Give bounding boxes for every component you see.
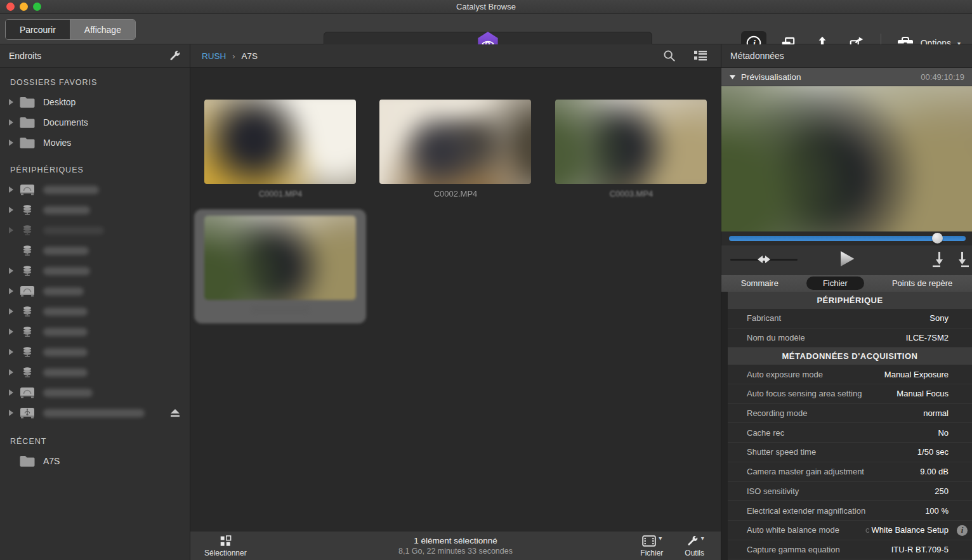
- breadcrumb-current: A7S: [242, 51, 258, 61]
- thumbnail-label: C0003.MP4: [555, 189, 707, 199]
- eject-icon[interactable]: [169, 408, 181, 417]
- redacted-device-label: [43, 186, 99, 194]
- metadata-row: Electrical extender magnification100 %: [728, 501, 972, 521]
- thumbnail-image: [204, 100, 356, 184]
- mode-segmented-control: Parcourir Affichage: [5, 19, 136, 40]
- wrench-icon: [685, 535, 699, 547]
- metadata-value: cWhite Balance Setup: [865, 525, 949, 535]
- sidebar-item-label: A7S: [43, 456, 60, 466]
- search-button[interactable]: [661, 48, 678, 64]
- media-thumbnail[interactable]: C0002.MP4: [379, 100, 532, 199]
- seek-slider[interactable]: [729, 236, 966, 241]
- favorites-section-title: DOSSIERS FAVORIS: [10, 78, 190, 87]
- metadata-row: Recording modenormal: [728, 404, 972, 424]
- sidebar-device-item[interactable]: [0, 240, 190, 261]
- breadcrumb-root-link[interactable]: RUSH: [202, 51, 226, 61]
- sidebar-device-item[interactable]: [0, 179, 190, 200]
- metadata-row: Shutter speed time1/50 sec: [728, 443, 972, 462]
- thumbnail-grid: C0001.MP4 C0002.MP4 C0003.MP4: [190, 68, 721, 531]
- sidebar-device-item[interactable]: [0, 200, 190, 220]
- redacted-device-label: [43, 328, 88, 336]
- metadata-key: Capture gamma equation: [747, 545, 840, 554]
- places-sidebar: Endroits DOSSIERS FAVORIS DesktopDocumen…: [0, 44, 190, 560]
- metadata-section-header: MÉTADONNÉES D'ACQUISITION: [728, 348, 972, 365]
- film-icon: [641, 535, 657, 547]
- go-to-in-point-button[interactable]: [931, 251, 945, 268]
- metadata-value: 9.00 dB: [920, 467, 949, 476]
- sidebar-device-item[interactable]: [0, 220, 190, 240]
- places-list: DOSSIERS FAVORIS DesktopDocumentsMovies …: [0, 68, 190, 560]
- shuttle-slider[interactable]: [730, 259, 798, 261]
- redacted-device-label: [43, 308, 88, 316]
- thumbnail-image: [204, 216, 356, 300]
- metadata-value: ITU-R BT.709-5: [891, 545, 949, 554]
- info-icon[interactable]: i: [957, 525, 968, 536]
- sidebar-device-item[interactable]: [0, 403, 190, 423]
- preview-timecode: 00:49:10:19: [921, 72, 964, 82]
- tab-points-de-repere[interactable]: Points de repère: [883, 277, 961, 290]
- sidebar-item-movies[interactable]: Movies: [0, 133, 190, 153]
- shuttle-knob-icon[interactable]: [750, 254, 778, 264]
- sidebar-device-item[interactable]: [0, 281, 190, 301]
- preview-section-toggle[interactable]: Prévisualisation 00:49:10:19: [721, 68, 972, 86]
- sidebar-item-documents[interactable]: Documents: [0, 112, 190, 133]
- sidebar-device-item[interactable]: [0, 382, 190, 403]
- metadata-value: 100 %: [925, 506, 949, 516]
- metadata-key: Auto white balance mode: [747, 525, 839, 535]
- tools-menu-caret-icon: ▾: [701, 535, 704, 542]
- metadata-key: Recording mode: [747, 408, 807, 418]
- metadata-panel-title: Métadonnées: [730, 51, 784, 61]
- sidebar-item-label: Desktop: [43, 97, 76, 107]
- places-header: Endroits: [0, 44, 190, 68]
- breadcrumb: RUSH › A7S: [190, 44, 721, 68]
- metadata-row: Camera master gain adjustment9.00 dB: [728, 462, 972, 482]
- minimize-button[interactable]: [20, 3, 28, 11]
- main-toolbar: Parcourir Affichage i: [0, 14, 972, 44]
- redacted-device-label: [43, 247, 89, 255]
- sidebar-item-label: Movies: [43, 138, 71, 148]
- file-menu-button[interactable]: ▾ Fichier: [635, 533, 668, 559]
- metadata-value: Manual Focus: [896, 389, 949, 398]
- metadata-panel-header: Métadonnées: [721, 44, 972, 68]
- places-header-label: Endroits: [9, 51, 41, 61]
- play-button[interactable]: [836, 248, 858, 270]
- metadata-key: Auto exposure mode: [747, 370, 823, 379]
- media-thumbnail[interactable]: C0001.MP4: [204, 100, 357, 199]
- file-menu-caret-icon: ▾: [659, 535, 662, 542]
- recent-section-title: RÉCENT: [10, 437, 190, 446]
- metadata-row: Auto focus sensing area settingManual Fo…: [728, 384, 972, 404]
- places-settings-wrench-icon[interactable]: [168, 49, 181, 62]
- tab-sommaire[interactable]: Sommaire: [732, 277, 787, 290]
- media-thumbnail-selected[interactable]: [194, 209, 366, 323]
- metadata-value: 250: [935, 486, 949, 496]
- media-thumbnail[interactable]: C0003.MP4: [555, 100, 707, 199]
- sidebar-item-desktop[interactable]: Desktop: [0, 92, 190, 112]
- metadata-key: Fabricant: [747, 313, 781, 323]
- metadata-value: Manual Exposure: [884, 370, 949, 379]
- zoom-button[interactable]: [33, 3, 41, 11]
- tab-fichier[interactable]: Fichier: [806, 277, 864, 290]
- tools-menu-button[interactable]: ▾ Outils: [680, 533, 709, 559]
- sidebar-recent-a7s[interactable]: A7S: [0, 451, 190, 471]
- metadata-key: Cache rec: [747, 428, 784, 438]
- metadata-row: Nom du modèleILCE-7SM2: [728, 329, 972, 348]
- browse-tab-button[interactable]: Parcourir: [6, 20, 70, 39]
- go-to-out-point-button[interactable]: [957, 251, 971, 268]
- redacted-device-label: [43, 287, 84, 296]
- metadata-sections: PÉRIPHÉRIQUEFabricantSonyNom du modèleIL…: [721, 292, 972, 560]
- metadata-section-header: PÉRIPHÉRIQUE: [728, 292, 972, 309]
- close-button[interactable]: [6, 3, 15, 11]
- sidebar-device-item[interactable]: [0, 261, 190, 281]
- thumbnail-label-redacted: [251, 306, 310, 314]
- status-bar: Sélectionner 1 élément sélectionné 8,1 G…: [190, 531, 721, 560]
- sidebar-device-item[interactable]: [0, 362, 190, 382]
- seek-handle[interactable]: [932, 233, 943, 244]
- sidebar-device-item[interactable]: [0, 322, 190, 342]
- window-title: Catalyst Browse: [456, 2, 516, 11]
- sidebar-device-item[interactable]: [0, 342, 190, 362]
- metadata-key: Electrical extender magnification: [747, 506, 865, 516]
- select-mode-button[interactable]: Sélectionner: [199, 533, 252, 559]
- view-tab-button[interactable]: Affichage: [70, 20, 135, 39]
- list-view-button[interactable]: [692, 48, 709, 63]
- sidebar-device-item[interactable]: [0, 301, 190, 322]
